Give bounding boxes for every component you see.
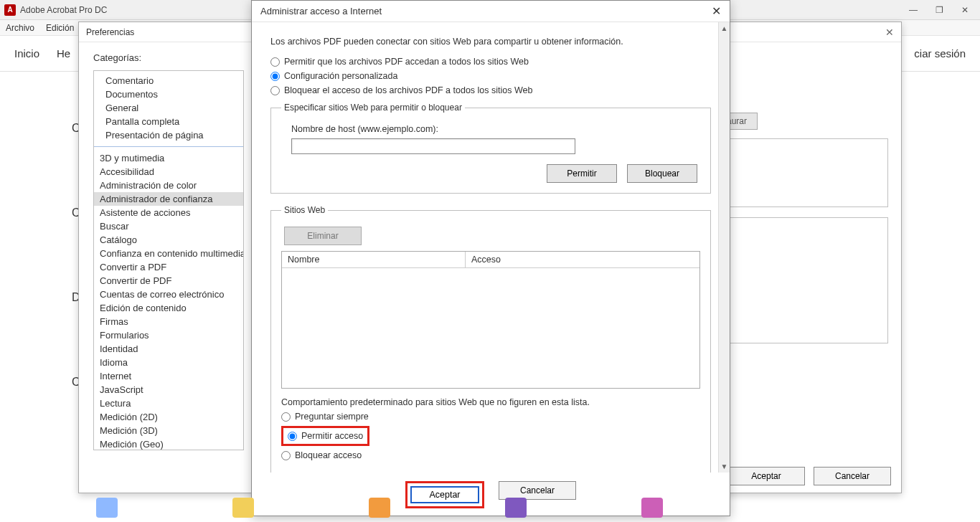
category-item[interactable]: Convertir a PDF xyxy=(94,260,243,274)
category-item[interactable]: Convertir de PDF xyxy=(94,274,243,288)
category-item[interactable]: Lectura xyxy=(94,397,243,410)
internet-access-dialog: Administrar acceso a Internet ✕ ▲ ▼ Los … xyxy=(251,0,730,516)
category-item[interactable]: Pantalla completa xyxy=(100,115,237,128)
websites-fieldset: Sitios Web Eliminar Nombre Acceso Compor… xyxy=(270,205,711,473)
sites-table[interactable]: Nombre Acceso xyxy=(281,251,700,389)
minimize-icon[interactable]: — xyxy=(907,5,920,15)
bottom-icons xyxy=(96,498,663,518)
category-item[interactable]: Medición (3D) xyxy=(94,424,243,437)
radio-ask-always-input[interactable] xyxy=(281,412,291,422)
radio-allow-access-input[interactable] xyxy=(288,432,297,441)
category-item[interactable]: Medición (Geo) xyxy=(94,437,243,450)
category-item[interactable]: Firmas xyxy=(94,315,243,328)
category-item[interactable]: Cuentas de correo electrónico xyxy=(94,288,243,301)
category-item[interactable]: JavaScript xyxy=(94,383,243,397)
col-access[interactable]: Acceso xyxy=(466,252,699,267)
category-item[interactable]: Confianza en contenido multimedia (her xyxy=(94,247,243,260)
category-item[interactable]: Accesibilidad xyxy=(94,165,243,179)
internet-title: Administrar acceso a Internet xyxy=(260,6,382,16)
highlight-allow-access: Permitir acceso xyxy=(281,426,369,446)
category-item[interactable]: Presentación de página xyxy=(100,128,237,142)
radio-allow-all[interactable]: Permitir que los archivos PDF accedan a … xyxy=(270,57,711,67)
radio-allow-all-label: Permitir que los archivos PDF accedan a … xyxy=(284,57,529,67)
col-name[interactable]: Nombre xyxy=(282,252,466,267)
radio-block-all-label: Bloquear el acceso de los archivos PDF a… xyxy=(284,85,532,95)
categories-label: Categorías: xyxy=(93,52,248,63)
tab-home[interactable]: Inicio xyxy=(14,47,39,60)
prefs-ok-button[interactable]: Aceptar xyxy=(727,467,805,485)
prefs-cancel-button[interactable]: Cancelar xyxy=(814,467,891,485)
internet-close-icon[interactable]: ✕ xyxy=(712,4,721,18)
radio-allow-access[interactable]: Permitir acceso xyxy=(288,431,363,441)
close-icon[interactable]: ✕ xyxy=(958,5,971,15)
intro-text: Los archivos PDF pueden conectar con sit… xyxy=(270,37,711,47)
category-item[interactable]: Administrador de confianza xyxy=(94,192,243,206)
radio-custom-label: Configuración personalizada xyxy=(284,71,397,81)
radio-custom[interactable]: Configuración personalizada xyxy=(270,71,711,81)
category-item[interactable]: Idioma xyxy=(94,356,243,369)
websites-legend: Sitios Web xyxy=(281,205,328,215)
menu-edit[interactable]: Edición xyxy=(46,23,74,33)
category-item[interactable]: Buscar xyxy=(94,219,243,233)
radio-custom-input[interactable] xyxy=(270,72,280,81)
app-logo-icon: A xyxy=(4,4,16,16)
category-item[interactable]: Edición de contenido xyxy=(94,301,243,315)
category-item[interactable]: 3D y mutimedia xyxy=(94,151,243,165)
host-input[interactable] xyxy=(291,138,575,154)
radio-block-all[interactable]: Bloquear el acceso de los archivos PDF a… xyxy=(270,85,711,95)
radio-block-access[interactable]: Bloquear acceso xyxy=(281,450,700,460)
action-icon-3[interactable] xyxy=(369,498,390,518)
action-icon-4[interactable] xyxy=(505,498,527,518)
category-item[interactable]: Catálogo xyxy=(94,233,243,247)
specify-legend: Especificar sitios Web para permitir o b… xyxy=(281,103,465,113)
radio-allow-all-input[interactable] xyxy=(270,57,280,67)
category-item[interactable]: Identidad xyxy=(94,342,243,356)
specify-sites-fieldset: Especificar sitios Web para permitir o b… xyxy=(270,103,711,194)
radio-block-all-input[interactable] xyxy=(270,86,280,95)
block-button[interactable]: Bloquear xyxy=(627,164,697,183)
radio-block-access-input[interactable] xyxy=(281,451,291,460)
category-item[interactable]: Administración de color xyxy=(94,179,243,192)
host-label: Nombre de host (www.ejemplo.com): xyxy=(291,124,700,134)
app-title: Adobe Acrobat Pro DC xyxy=(20,5,107,15)
action-icon-1[interactable] xyxy=(96,498,118,518)
radio-ask-always-label: Preguntar siempre xyxy=(295,412,369,422)
categories-list[interactable]: ComentarioDocumentosGeneralPantalla comp… xyxy=(93,70,244,450)
category-item[interactable]: Formularios xyxy=(94,328,243,342)
allow-button[interactable]: Permitir xyxy=(547,164,617,183)
maximize-icon[interactable]: ❐ xyxy=(933,5,946,15)
category-item[interactable]: Documentos xyxy=(100,87,237,101)
category-item[interactable]: Internet xyxy=(94,369,243,383)
signin-link[interactable]: ciar sesión xyxy=(914,47,966,60)
default-behaviour-label: Comportamiento predeterminado para sitio… xyxy=(281,397,700,407)
menu-file[interactable]: Archivo xyxy=(6,23,34,33)
action-icon-2[interactable] xyxy=(232,498,254,518)
category-item[interactable]: Medición (2D) xyxy=(94,410,243,424)
radio-allow-access-label: Permitir acceso xyxy=(301,431,363,441)
tab-he[interactable]: He xyxy=(57,47,70,60)
prefs-close-icon[interactable]: ✕ xyxy=(885,27,894,38)
category-item[interactable]: Comentario xyxy=(100,74,237,87)
radio-ask-always[interactable]: Preguntar siempre xyxy=(281,412,700,422)
category-item[interactable]: General xyxy=(100,101,237,115)
category-item[interactable]: Asistente de acciones xyxy=(94,206,243,219)
radio-block-access-label: Bloquear acceso xyxy=(295,450,362,460)
prefs-title: Preferencias xyxy=(86,27,134,37)
action-icon-5[interactable] xyxy=(641,498,663,518)
delete-button: Eliminar xyxy=(284,227,362,245)
